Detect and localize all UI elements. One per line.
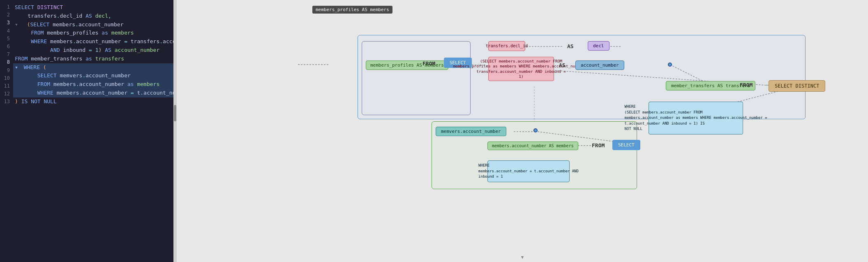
scroll-thumb[interactable]: [174, 105, 176, 121]
members-account-as-node[interactable]: members.account_number AS members: [487, 141, 578, 150]
as-label-decl: AS: [567, 43, 574, 49]
code-line: SELECT memvers.account_number: [13, 72, 177, 80]
from-label-right: FROM: [740, 82, 753, 88]
dot-account-right: [668, 63, 672, 67]
as-label-account: AS: [559, 62, 566, 68]
transfers-decl-node[interactable]: transfers.decl_id: [488, 41, 525, 51]
code-editor[interactable]: 1 2 3 4 5 6 7 8 9 10 11 12 13 SELECT DIS…: [0, 0, 177, 262]
scroll-indicator: ▼: [521, 255, 524, 260]
code-content[interactable]: SELECT DISTINCT transfers.decl_id AS dec…: [13, 0, 177, 262]
from-label-top: FROM: [422, 60, 435, 67]
where-block-top: WHERE(SELECT members.account_number FROM…: [649, 102, 743, 134]
code-line: WHERE members.account_number = transfers…: [13, 37, 177, 46]
memvers-account-node[interactable]: memvers.account_number: [436, 127, 506, 136]
code-line: transfers.decl_id AS decl,: [13, 12, 177, 21]
subquery-node[interactable]: (SELECT members.account_number FROMmembe…: [488, 57, 554, 81]
graph-panel[interactable]: members_profiles AS members: [177, 0, 868, 262]
code-line: ) IS NOT NULL: [13, 97, 177, 106]
account-number-node[interactable]: account_number: [575, 60, 624, 70]
code-line: FROM members_profiles as members: [13, 29, 177, 37]
decl-node[interactable]: decl: [588, 41, 609, 51]
code-line: FROM member_transfers as transfers: [13, 55, 177, 63]
scrollbar[interactable]: [173, 0, 177, 262]
from-label-bottom: FROM: [592, 142, 605, 148]
line-numbers: 1 2 3 4 5 6 7 8 9 10 11 12 13: [0, 0, 13, 262]
code-line: FROM members.account_number as members: [13, 80, 177, 89]
dot-memvers-right: [533, 128, 538, 132]
code-line: SELECT DISTINCT: [13, 3, 177, 12]
code-line: [13, 106, 177, 115]
select-distinct-node[interactable]: SELECT DISTINCT: [769, 80, 825, 92]
select-node-bottom[interactable]: SELECT: [612, 140, 640, 150]
members-profiles-node[interactable]: members_profiles AS members: [366, 60, 448, 70]
code-line: WHERE members.account_number = t.account…: [13, 89, 177, 97]
where-block-bottom: WHEREmembers.account_number = t.account_…: [487, 160, 570, 182]
code-line: ▾ (SELECT members.account_number: [13, 21, 177, 29]
code-line: ▾ WHERE (: [13, 63, 177, 72]
tooltip: members_profiles AS members: [312, 6, 392, 14]
code-line: AND inbound = 1) AS account_number: [13, 46, 177, 55]
